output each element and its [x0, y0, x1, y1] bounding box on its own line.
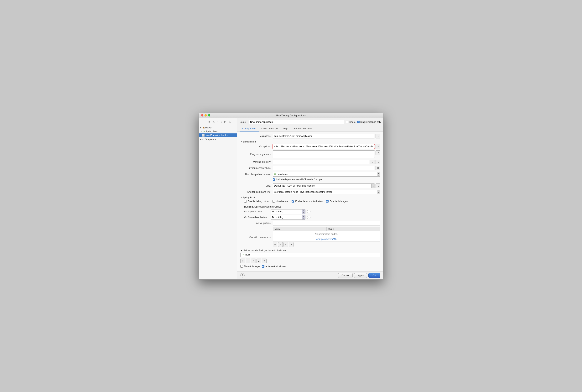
- add-parameter-link[interactable]: Add parameter (^N): [273, 237, 380, 241]
- hide-banner-checkbox[interactable]: [272, 200, 275, 202]
- single-instance-label: Single instance only: [360, 121, 381, 124]
- launch-down-button[interactable]: ▼: [262, 258, 266, 263]
- env-vars-input[interactable]: [273, 166, 375, 170]
- move-down-button[interactable]: ↓: [220, 120, 223, 124]
- maximize-button[interactable]: [208, 114, 210, 116]
- param-down-button[interactable]: ▼: [289, 242, 294, 247]
- jre-select[interactable]: Default (10 - SDK of 'newframe' module) …: [273, 184, 375, 188]
- working-dir-browse-button[interactable]: …: [376, 160, 380, 164]
- config-panel: Name: Share Single instance only Configu…: [237, 118, 383, 279]
- tab-configuration[interactable]: Configuration: [240, 126, 259, 132]
- share-checkbox[interactable]: [346, 121, 348, 123]
- env-vars-browse-button[interactable]: ⊞: [376, 166, 380, 170]
- include-deps-checkbox[interactable]: [273, 178, 275, 180]
- program-args-label: Program arguments:: [240, 153, 271, 156]
- single-instance-checkbox[interactable]: [357, 121, 360, 123]
- on-update-label: On 'Update' action:: [244, 210, 269, 213]
- launch-up-button[interactable]: ▲: [256, 258, 261, 263]
- sidebar-item-templates[interactable]: ▶ ✂ Templates: [199, 137, 237, 141]
- params-value-col: Value: [327, 227, 380, 231]
- enable-launch-label: Enable launch optimization: [295, 200, 323, 203]
- vm-options-input[interactable]: [273, 144, 375, 149]
- sort-button[interactable]: ⇅: [228, 120, 232, 124]
- environment-section-header[interactable]: ▼ Environment: [240, 140, 380, 143]
- show-page-checkbox[interactable]: [240, 265, 243, 268]
- classpath-value: newframe: [278, 173, 288, 176]
- tab-logs[interactable]: Logs: [280, 126, 290, 132]
- enable-launch-checkbox[interactable]: [292, 200, 294, 202]
- enable-jmx-checkbox[interactable]: [326, 200, 328, 202]
- sidebar-item-templates-label: Templates: [205, 138, 216, 140]
- sidebar-item-maven[interactable]: ▶ ▣ Maven: [199, 126, 237, 130]
- remove-param-button[interactable]: −: [278, 242, 283, 247]
- program-args-row: Program arguments: ↗: [240, 150, 380, 158]
- filter-button[interactable]: ⊞: [224, 120, 227, 124]
- enable-jmx-label: Enable JMX agent: [330, 200, 348, 203]
- on-deactivation-select[interactable]: Do nothing ▲ ▼: [271, 215, 306, 220]
- classpath-field-wrapper: ▦ newframe ▲ ▼: [273, 172, 380, 176]
- launch-edit-button[interactable]: ✎: [251, 258, 256, 263]
- program-args-expand-button[interactable]: ↗: [376, 150, 380, 155]
- enable-debug-checkbox[interactable]: [244, 200, 247, 202]
- name-bar: Name: Share Single instance only: [237, 118, 383, 126]
- vm-options-expand-button[interactable]: ↗: [376, 144, 380, 149]
- chevron-right-icon-2: ▶: [200, 138, 202, 140]
- main-class-row: Main class: …: [240, 134, 380, 138]
- shorten-cmd-label: Shorten command line:: [240, 190, 271, 193]
- sidebar-toolbar: + − ⧉ ✎ ↑ ↓ ⊞ ⇅: [199, 119, 237, 125]
- params-table-header: Name Value: [273, 227, 380, 231]
- params-table: Name Value No parameters added. Add para…: [273, 227, 380, 242]
- cancel-button[interactable]: Cancel: [338, 273, 352, 278]
- tab-code-coverage[interactable]: Code Coverage: [259, 126, 280, 132]
- working-dir-dropdown-button[interactable]: ⌄: [370, 160, 375, 164]
- on-update-help-icon[interactable]: ?: [307, 210, 310, 213]
- on-deactivation-help-icon[interactable]: ?: [307, 216, 310, 219]
- sidebar-item-newframeapp[interactable]: ⬜ NewFrameApplication: [199, 134, 237, 137]
- before-launch-arrow-icon: ▼: [240, 249, 243, 252]
- activate-tool-checkbox[interactable]: [262, 265, 264, 268]
- working-dir-input[interactable]: [273, 160, 370, 164]
- spring-boot-checkboxes: Enable debug output Hide banner Enable l…: [244, 200, 380, 204]
- override-params-section: Override parameters: Name Value No param…: [240, 227, 380, 248]
- params-toolbar: + − ▲ ▼: [273, 242, 380, 248]
- close-button[interactable]: [201, 114, 203, 116]
- on-update-select[interactable]: Do nothing ▲ ▼: [271, 209, 306, 214]
- before-launch-section: ▼ Before launch: Build, Activate tool wi…: [240, 249, 380, 264]
- on-update-row: On 'Update' action: Do nothing ▲ ▼ ?: [244, 209, 380, 214]
- on-deactivation-row: On frame deactivation: Do nothing ▲ ▼ ?: [244, 215, 380, 220]
- working-dir-label: Working directory:: [240, 160, 271, 163]
- classpath-select[interactable]: ▦ newframe ▲ ▼: [273, 172, 380, 176]
- main-class-browse-button[interactable]: …: [376, 134, 380, 138]
- shorten-cmd-select[interactable]: user-local default: none - java [options…: [273, 190, 380, 194]
- program-args-input[interactable]: [273, 150, 375, 158]
- minimize-button[interactable]: [204, 114, 207, 116]
- copy-config-button[interactable]: ⧉: [208, 120, 211, 124]
- ok-button[interactable]: OK: [368, 273, 380, 278]
- show-page-label: Show this page: [244, 265, 260, 268]
- add-config-button[interactable]: +: [200, 120, 203, 124]
- help-button[interactable]: ?: [240, 273, 244, 278]
- environment-arrow-icon: ▼: [240, 141, 242, 143]
- edit-config-button[interactable]: ✎: [212, 120, 216, 124]
- hide-banner-label: Hide banner: [276, 200, 288, 203]
- tab-startup-connection[interactable]: Startup/Connection: [290, 126, 316, 132]
- footer-right: Cancel Apply OK: [338, 273, 380, 278]
- spring-boot-section-header[interactable]: ▼ Spring Boot: [240, 196, 380, 199]
- templates-icon: ✂: [202, 138, 204, 140]
- active-profiles-input[interactable]: [273, 221, 380, 226]
- shorten-cmd-select-arrow: ▲ ▼: [377, 190, 380, 194]
- remove-config-button[interactable]: −: [204, 120, 207, 124]
- jre-browse-button[interactable]: …: [376, 184, 380, 188]
- on-deactivation-select-arrows: ▲ ▼: [302, 215, 305, 220]
- apply-button[interactable]: Apply: [354, 273, 367, 278]
- env-vars-label: Environment variables:: [240, 167, 271, 170]
- main-class-field-wrapper: …: [273, 134, 380, 138]
- move-up-button[interactable]: ↑: [216, 120, 219, 124]
- param-up-button[interactable]: ▲: [284, 242, 288, 247]
- add-param-button[interactable]: +: [273, 242, 277, 247]
- launch-remove-button[interactable]: −: [246, 258, 250, 263]
- main-class-input[interactable]: [273, 134, 375, 138]
- sidebar-item-springboot[interactable]: ▼ ✿ Spring Boot: [199, 130, 237, 134]
- launch-add-button[interactable]: +: [240, 258, 245, 263]
- name-input[interactable]: [249, 120, 344, 124]
